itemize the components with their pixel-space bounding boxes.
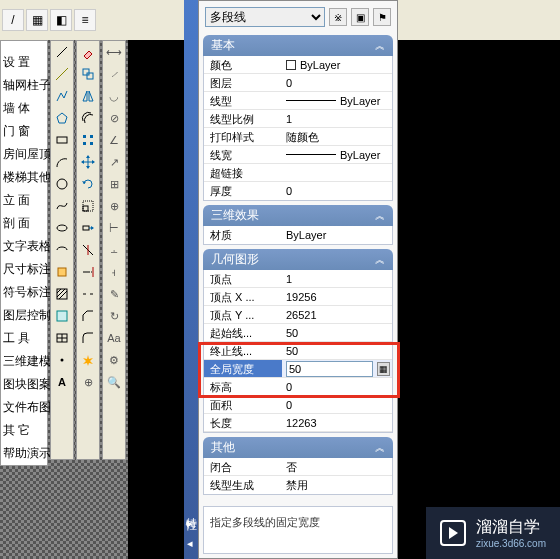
section-geometry-header[interactable]: 几何图形 ︽ [203,249,393,270]
explode-icon[interactable] [77,349,99,371]
angular-dim-icon[interactable]: ∠ [103,129,125,151]
prop-val[interactable]: 随颜色 [282,128,392,145]
insert-block-icon[interactable] [51,261,73,283]
diameter-dim-icon[interactable]: ⊘ [103,107,125,129]
prop-val[interactable]: 12263 [282,414,392,431]
rectangle-icon[interactable] [51,129,73,151]
prop-val[interactable] [282,164,392,181]
center-mark-icon[interactable]: ⊕ [103,195,125,217]
prop-val[interactable]: 26521 [282,306,392,323]
prop-val-global-width[interactable]: ▦ [282,360,392,377]
section-3d-header[interactable]: 三维效果 ︽ [203,205,393,226]
prop-val-color[interactable]: ByLayer [282,56,392,73]
menu-item[interactable]: 帮助演示 [1,442,47,465]
region-icon[interactable] [51,305,73,327]
text-icon[interactable]: A [51,371,73,393]
prop-val[interactable]: 50 [282,342,392,359]
menu-item[interactable]: 符号标注 [1,281,47,304]
table-icon[interactable] [51,327,73,349]
object-type-select[interactable]: 多段线 [205,7,325,27]
menu-item[interactable]: 剖 面 [1,212,47,235]
extend-icon[interactable] [77,261,99,283]
leader-icon[interactable]: ↗ [103,151,125,173]
dim-update-icon[interactable]: ↻ [103,305,125,327]
hatch-icon[interactable] [51,283,73,305]
erase-icon[interactable] [77,41,99,63]
section-basic-header[interactable]: 基本 ︽ [203,35,393,56]
prop-val[interactable]: 1 [282,270,392,287]
copy-icon[interactable] [77,63,99,85]
prop-val[interactable]: 50 [282,324,392,341]
construction-line-icon[interactable] [51,63,73,85]
spline-icon[interactable] [51,195,73,217]
array-icon[interactable] [77,129,99,151]
fillet-icon[interactable] [77,327,99,349]
menu-item[interactable]: 门 窗 [1,120,47,143]
panel-toggle-icon[interactable]: ▸ [185,517,197,529]
arc-icon[interactable] [51,151,73,173]
offset-icon[interactable] [77,107,99,129]
prop-val[interactable]: 1 [282,110,392,127]
stretch-icon[interactable] [77,217,99,239]
break-icon[interactable] [77,283,99,305]
toggle-pickadd-icon[interactable]: ⚑ [373,8,391,26]
trim-icon[interactable] [77,239,99,261]
move-icon[interactable] [77,151,99,173]
menu-item[interactable]: 楼梯其他 [1,166,47,189]
menu-item[interactable]: 立 面 [1,189,47,212]
join-icon[interactable]: ⊕ [77,371,99,393]
polygon-icon[interactable] [51,107,73,129]
menu-item[interactable]: 房间屋顶 [1,143,47,166]
ordinate-icon[interactable]: ⊢ [103,217,125,239]
dim-style-icon[interactable]: Aa [103,327,125,349]
continue-icon[interactable]: ⫞ [103,261,125,283]
mirror-icon[interactable] [77,85,99,107]
circle-icon[interactable] [51,173,73,195]
dim-override-icon[interactable]: ⚙ [103,349,125,371]
quick-select-icon[interactable]: ※ [329,8,347,26]
point-icon[interactable] [51,349,73,371]
prop-val[interactable]: 19256 [282,288,392,305]
prop-val[interactable]: 禁用 [282,476,392,494]
section-misc-header[interactable]: 其他 ︽ [203,437,393,458]
baseline-icon[interactable]: ⫠ [103,239,125,261]
menu-item[interactable]: 图块图案 [1,373,47,396]
linear-dim-icon[interactable]: ⟷ [103,41,125,63]
menu-item[interactable]: 尺寸标注 [1,258,47,281]
toolbar-button[interactable]: ▦ [26,9,48,31]
dim-inspect-icon[interactable]: 🔍 [103,371,125,393]
prop-val[interactable]: ByLayer [282,226,392,244]
panel-collapse-icon[interactable]: ◂ [185,537,197,549]
toolbar-button[interactable]: / [2,9,24,31]
prop-val[interactable]: 0 [282,182,392,200]
prop-val[interactable]: 0 [282,378,392,395]
menu-item[interactable]: 轴网柱子 [1,74,47,97]
menu-item[interactable]: 设 置 [1,51,47,74]
menu-item[interactable]: 图层控制 [1,304,47,327]
menu-item[interactable]: 工 具 [1,327,47,350]
prop-val[interactable]: ByLayer [282,92,392,109]
ellipse-icon[interactable] [51,217,73,239]
line-tool-icon[interactable] [51,41,73,63]
select-objects-icon[interactable]: ▣ [351,8,369,26]
polyline-icon[interactable] [51,85,73,107]
menu-item[interactable]: 其 它 [1,419,47,442]
menu-item[interactable]: 三维建模 [1,350,47,373]
tolerance-icon[interactable]: ⊞ [103,173,125,195]
dim-edit-icon[interactable]: ✎ [103,283,125,305]
ellipse-arc-icon[interactable] [51,239,73,261]
prop-val[interactable]: 0 [282,74,392,91]
menu-item[interactable]: 文件布图 [1,396,47,419]
prop-val[interactable]: ByLayer [282,146,392,163]
global-width-input[interactable] [286,361,373,377]
rotate-icon[interactable] [77,173,99,195]
menu-item[interactable]: 文字表格 [1,235,47,258]
chamfer-icon[interactable] [77,305,99,327]
aligned-dim-icon[interactable]: ⟋ [103,63,125,85]
prop-val[interactable]: 0 [282,396,392,413]
properties-spine[interactable]: 特性 ▸ ◂ [184,0,198,559]
scale-icon[interactable] [77,195,99,217]
radius-dim-icon[interactable]: ◡ [103,85,125,107]
prop-val[interactable]: 否 [282,458,392,475]
calculator-icon[interactable]: ▦ [377,362,390,376]
